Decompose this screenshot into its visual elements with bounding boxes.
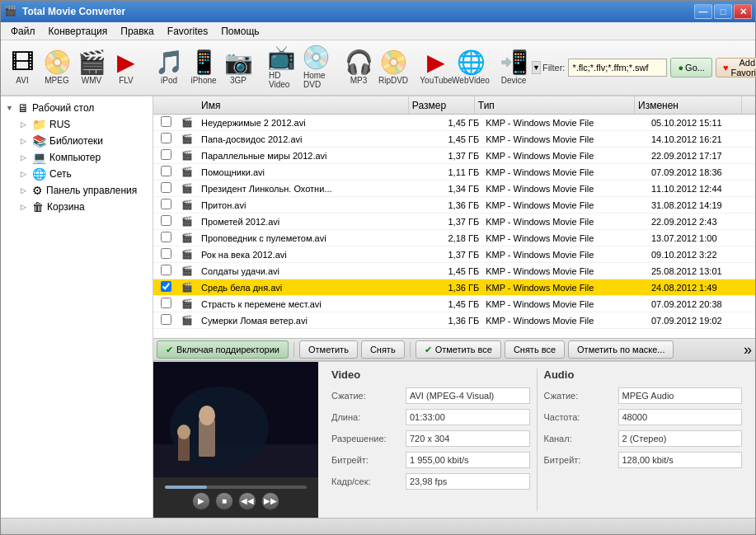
audio-channel-row: Канал: 2 (Стерео) (544, 430, 743, 447)
stop-button[interactable]: ■ (215, 492, 233, 510)
tree-item-network[interactable]: ▷ 🌐 Сеть (4, 166, 149, 182)
format-wmv[interactable]: 🎬 WMV (75, 48, 108, 88)
row-size-0: 1,45 ГБ (416, 118, 482, 128)
tree-item-recycle[interactable]: ▷ 🗑 Корзина (4, 199, 149, 215)
table-row[interactable]: 🎬 Средь бела дня.avi 1,36 ГБ KMP - Windo… (153, 279, 755, 296)
progress-bar[interactable] (165, 486, 308, 489)
expand-panel-button[interactable]: » (744, 341, 752, 359)
row-size-1: 1,45 ГБ (416, 134, 482, 144)
mark-all-button[interactable]: ✔ Отметить все (416, 340, 501, 359)
row-date-10: 24.08.2012 1:49 (648, 283, 755, 293)
format-mp3[interactable]: 🎧 MP3 (342, 48, 375, 88)
mark-button[interactable]: Отметить (299, 340, 358, 359)
format-youtube[interactable]: ▶ YouTube (420, 48, 453, 88)
mark-by-mask-button[interactable]: Отметить по маске... (568, 340, 674, 359)
menu-edit[interactable]: Правка (114, 24, 161, 39)
row-checkbox-7[interactable] (153, 232, 178, 244)
preview-area: ▶ ■ ◀◀ ▶▶ Video Сжатие: AVI (MPEG-4 Visu… (153, 361, 755, 518)
table-row[interactable]: 🎬 Сумерки Ломая ветер.avi 1,36 ГБ KMP - … (153, 312, 755, 329)
row-checkbox-2[interactable] (153, 149, 178, 162)
close-button[interactable]: ✕ (734, 4, 752, 19)
unmark-button[interactable]: Снять (361, 340, 405, 359)
table-row[interactable]: 🎬 Помощники.avi 1,11 ГБ KMP - Windows Mo… (153, 164, 755, 181)
row-checkbox-5[interactable] (153, 199, 178, 211)
folder-icon: 📁 (32, 118, 46, 131)
row-checkbox-8[interactable] (153, 248, 178, 260)
format-ripdvd[interactable]: 📀 RipDVD (377, 48, 410, 88)
col-date-header[interactable]: Изменен (635, 96, 742, 114)
filter-area: Filter: ● Go... ♥ Add Favorite (542, 58, 756, 77)
row-type-6: KMP - Windows Movie File (482, 217, 648, 227)
row-name-6: Прометей 2012.avi (198, 217, 416, 227)
menu-convert[interactable]: Конвертация (42, 24, 115, 39)
table-row[interactable]: 🎬 Страсть к перемене мест.avi 1,45 ГБ KM… (153, 296, 755, 312)
go-button[interactable]: ● Go... (670, 58, 712, 77)
expand-icon: ▼ (6, 104, 17, 112)
video-info-panel: Video Сжатие: AVI (MPEG-4 Visual) Длина:… (325, 368, 537, 511)
table-row[interactable]: 🎬 Рок на века 2012.avi 1,37 ГБ KMP - Win… (153, 246, 755, 263)
rewind-button[interactable]: ◀◀ (238, 492, 256, 510)
menu-favorites[interactable]: Favorites (161, 24, 214, 39)
format-3gp[interactable]: 📷 3GP (222, 48, 255, 88)
row-type-8: KMP - Windows Movie File (482, 250, 648, 260)
menu-help[interactable]: Помощь (214, 24, 265, 39)
row-checkbox-6[interactable] (153, 215, 178, 228)
tree-item-control-panel[interactable]: ▷ ⚙ Панель управления (4, 182, 149, 199)
row-type-4: KMP - Windows Movie File (482, 184, 648, 194)
row-checkbox-11[interactable] (153, 298, 178, 310)
row-checkbox-12[interactable] (153, 314, 178, 326)
play-button[interactable]: ▶ (192, 492, 210, 510)
format-device[interactable]: 📲 Device (497, 48, 530, 88)
format-hdvideo[interactable]: 📺 HD Video (265, 43, 298, 92)
format-ipod[interactable]: 🎵 iPod (153, 48, 185, 88)
filter-label: Filter: (542, 63, 566, 73)
expand-icon: ▷ (21, 186, 32, 195)
main-window: 🎬 Total Movie Converter — □ ✕ Файл Конве… (0, 0, 756, 535)
unmark-all-button[interactable]: Снять все (505, 340, 565, 359)
row-icon-4: 🎬 (178, 183, 198, 194)
include-subdirs-button[interactable]: ✔ Включая поддиректории (157, 340, 289, 359)
maximize-button[interactable]: □ (714, 4, 732, 19)
table-row[interactable]: 🎬 Неудержимые 2 2012.avi 1,45 ГБ KMP - W… (153, 115, 755, 131)
row-checkbox-10[interactable] (153, 281, 178, 293)
row-date-9: 25.08.2012 13:01 (648, 266, 755, 276)
svg-rect-5 (178, 436, 190, 461)
menu-file[interactable]: Файл (4, 24, 42, 39)
minimize-button[interactable]: — (694, 4, 712, 19)
col-name-header[interactable]: Имя (198, 96, 409, 114)
col-type-header[interactable]: Тип (475, 96, 635, 114)
tree-item-rus[interactable]: ▷ 📁 RUS (4, 116, 149, 133)
format-webvideo[interactable]: 🌐 WebVideo (454, 48, 487, 88)
row-checkbox-1[interactable] (153, 133, 178, 145)
format-iphone[interactable]: 📱 iPhone (187, 48, 220, 88)
add-favorite-button[interactable]: ♥ Add Favorite (716, 58, 756, 77)
format-homedvd[interactable]: 💿 Home DVD (299, 43, 332, 92)
col-size-header[interactable]: Размер (409, 96, 475, 114)
tree-item-desktop[interactable]: ▼ 🖥 Рабочий стол (4, 100, 149, 116)
filter-input[interactable] (568, 59, 667, 77)
table-row[interactable]: 🎬 Параллельные миры 2012.avi 1,37 ГБ KMP… (153, 148, 755, 164)
tree-item-computer[interactable]: ▷ 💻 Компьютер (4, 149, 149, 166)
table-row[interactable]: 🎬 Папа-досвидос 2012.avi 1,45 ГБ KMP - W… (153, 131, 755, 148)
video-controls: ▶ ■ ◀◀ ▶▶ (153, 477, 318, 518)
table-row[interactable]: 🎬 Притон.avi 1,36 ГБ KMP - Windows Movie… (153, 197, 755, 214)
format-flv[interactable]: ▶ FLV (110, 48, 143, 88)
table-row[interactable]: 🎬 Проповедник с пулеметом.avi 2,18 ГБ KM… (153, 230, 755, 246)
table-row[interactable]: 🎬 Президент Линкольн. Охотни... 1,34 ГБ … (153, 181, 755, 197)
toolbar-more-button[interactable]: ▼ (532, 61, 541, 74)
audio-compression-label: Сжатие: (544, 391, 618, 401)
table-row[interactable]: 🎬 Солдаты удачи.avi 1,45 ГБ KMP - Window… (153, 263, 755, 279)
libraries-icon: 📚 (32, 134, 46, 148)
video-resolution-label: Разрешение: (331, 434, 406, 443)
format-avi[interactable]: 🎞 AVI (6, 48, 39, 88)
expand-icon: ▷ (21, 120, 32, 129)
forward-button[interactable]: ▶▶ (261, 492, 279, 510)
tree-item-libraries[interactable]: ▷ 📚 Библиотеки (4, 133, 149, 149)
table-row[interactable]: 🎬 Прометей 2012.avi 1,37 ГБ KMP - Window… (153, 214, 755, 230)
row-checkbox-3[interactable] (153, 166, 178, 178)
row-checkbox-4[interactable] (153, 182, 178, 195)
format-mpeg[interactable]: 📀 MPEG (40, 48, 73, 88)
row-checkbox-9[interactable] (153, 265, 178, 277)
row-checkbox-0[interactable] (153, 116, 178, 129)
row-date-12: 07.09.2012 19:02 (648, 316, 755, 326)
